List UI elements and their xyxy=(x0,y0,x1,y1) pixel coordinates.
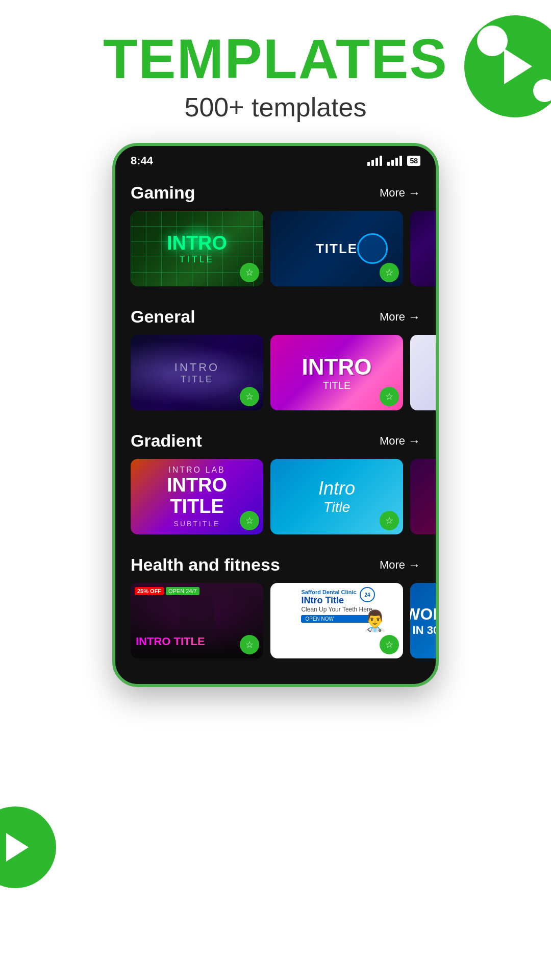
phone-content: Gaming More → INTRO TITL xyxy=(115,173,436,684)
health-1-badges: 25% OFF OPEN 24/7 xyxy=(135,587,199,595)
discount-badge: 25% OFF xyxy=(135,587,164,595)
health-1-content: INTRO TITLE xyxy=(136,635,205,648)
gaming-card-2-content: TITLE xyxy=(316,241,358,257)
template-card-gradient-1[interactable]: INTRO LAB INTROTITLE SUBTITLE ☆ xyxy=(131,459,263,534)
general-more-button[interactable]: More → xyxy=(380,310,420,324)
template-card-general-2[interactable]: INTRO TITLE ☆ xyxy=(270,335,403,410)
gradient-1-lab: INTRO LAB xyxy=(167,465,227,475)
gradient-card-2-content: Intro Title xyxy=(318,478,355,516)
signal-bar xyxy=(375,158,378,166)
general-card-2-content: INTRO TITLE xyxy=(302,354,372,391)
gradient-more-button[interactable]: More → xyxy=(380,434,420,448)
glow-effect xyxy=(177,221,217,262)
signal-bar xyxy=(367,162,370,166)
health-category-header: Health and fitness More → xyxy=(115,550,436,583)
open-badge: OPEN 24/7 xyxy=(166,587,199,595)
health-1-favorite-icon[interactable]: ☆ xyxy=(240,635,259,654)
workout-text: WORK xyxy=(410,605,436,624)
in30-text: IN 30 _ xyxy=(410,624,436,637)
status-right: 58 xyxy=(367,156,420,166)
gaming-2-favorite-icon[interactable]: ☆ xyxy=(380,263,399,282)
gradient-1-favorite-icon[interactable]: ☆ xyxy=(240,511,259,530)
template-card-gradient-3[interactable] xyxy=(410,459,436,534)
gaming-more-arrow-icon: → xyxy=(408,186,420,200)
category-gradient: Gradient More → INTRO LAB INTROTITLE S xyxy=(115,426,436,534)
status-time: 8:44 xyxy=(131,154,153,167)
gaming-category-title: Gaming xyxy=(131,183,195,203)
template-card-general-1[interactable]: INTRO TITLE ☆ xyxy=(131,335,263,410)
deco-play-icon xyxy=(504,48,532,84)
signal-bar xyxy=(395,158,398,166)
general-2-title: TITLE xyxy=(302,380,372,391)
general-1-title: TITLE xyxy=(174,374,219,385)
signal-bars-2 xyxy=(387,156,402,166)
template-card-gradient-2[interactable]: Intro Title ☆ xyxy=(270,459,403,534)
page-subtitle: 500+ templates xyxy=(20,92,531,122)
general-1-intro: INTRO xyxy=(174,361,219,374)
health-1-intro-title: INTRO TITLE xyxy=(136,635,205,648)
category-gaming: Gaming More → INTRO TITL xyxy=(115,178,436,286)
health-2-favorite-icon[interactable]: ☆ xyxy=(380,635,399,654)
template-card-gaming-2[interactable]: TITLE ☆ xyxy=(270,211,403,286)
gaming-2-title: TITLE xyxy=(316,241,358,256)
signal-bar xyxy=(391,160,394,166)
gradient-2-favorite-icon[interactable]: ☆ xyxy=(380,511,399,530)
gradient-cards-row: INTRO LAB INTROTITLE SUBTITLE ☆ Intro xyxy=(115,459,436,534)
signal-bar xyxy=(380,156,382,166)
gaming-category-header: Gaming More → xyxy=(115,178,436,211)
signal-bar xyxy=(387,162,390,166)
general-more-arrow-icon: → xyxy=(408,310,420,324)
template-card-health-1[interactable]: 25% OFF OPEN 24/7 INTRO TITLE ☆ xyxy=(131,583,263,658)
page-header: TEMPLATES 500+ templates xyxy=(0,0,551,133)
signal-bar xyxy=(399,156,402,166)
health-cards-row: 25% OFF OPEN 24/7 INTRO TITLE ☆ xyxy=(115,583,436,658)
gaming-1-favorite-icon[interactable]: ☆ xyxy=(240,263,259,282)
template-card-gaming-3[interactable] xyxy=(410,211,436,286)
template-card-gaming-1[interactable]: INTRO TITLE ☆ xyxy=(131,211,263,286)
signal-bar xyxy=(371,160,374,166)
page-title: TEMPLATES xyxy=(20,31,531,87)
gradient-more-arrow-icon: → xyxy=(408,434,420,448)
template-card-health-2[interactable]: Safford Dental Clinic INtro Title Clean … xyxy=(270,583,403,658)
general-category-title: General xyxy=(131,307,195,327)
health-more-arrow-icon: → xyxy=(408,558,420,572)
gaming-2-circle xyxy=(357,233,388,264)
health-more-button[interactable]: More → xyxy=(380,558,420,572)
status-bar: 8:44 58 xyxy=(115,146,436,173)
phone-wrapper: 8:44 58 xyxy=(0,133,551,707)
battery-icon: 58 xyxy=(407,156,420,166)
phone-mockup: 8:44 58 xyxy=(112,143,439,687)
category-general: General More → INTRO TITLE xyxy=(115,302,436,410)
gaming-more-button[interactable]: More → xyxy=(380,186,420,200)
dental-tagline: Clean Up Your Teeth Here xyxy=(301,606,372,613)
doctor-icon: 👨‍⚕️ xyxy=(362,609,388,633)
gaming-cards-row: INTRO TITLE ☆ TITLE ☆ xyxy=(115,211,436,286)
template-card-health-3[interactable]: WORK IN 30 _ xyxy=(410,583,436,658)
general-1-favorite-icon[interactable]: ☆ xyxy=(240,387,259,406)
deco-circle-bottom-left xyxy=(0,806,56,888)
health-category-title: Health and fitness xyxy=(131,555,280,575)
dental-cta: OPEN NOW xyxy=(301,615,372,623)
general-2-intro: INTRO xyxy=(302,354,372,380)
general-2-favorite-icon[interactable]: ☆ xyxy=(380,387,399,406)
health-3-content: WORK IN 30 _ xyxy=(410,600,436,642)
signal-bars-1 xyxy=(367,156,382,166)
general-card-1-content: INTRO TITLE xyxy=(174,361,219,385)
gradient-card-1-content: INTRO LAB INTROTITLE SUBTITLE xyxy=(167,465,227,528)
gradient-2-intro: Intro xyxy=(318,478,355,499)
category-health-fitness: Health and fitness More → xyxy=(115,550,436,658)
gradient-1-intro: INTROTITLE xyxy=(167,475,227,518)
gradient-1-subtitle: SUBTITLE xyxy=(167,520,227,528)
general-category-header: General More → xyxy=(115,302,436,335)
gradient-2-title: Title xyxy=(318,499,355,516)
gradient-category-header: Gradient More → xyxy=(115,426,436,459)
gradient-category-title: Gradient xyxy=(131,431,202,451)
general-cards-row: INTRO TITLE ☆ INTRO TITLE xyxy=(115,335,436,410)
template-card-general-3[interactable] xyxy=(410,335,436,410)
health-24-badge: 24 xyxy=(360,587,375,602)
deco-play-bottom-icon xyxy=(6,833,29,862)
